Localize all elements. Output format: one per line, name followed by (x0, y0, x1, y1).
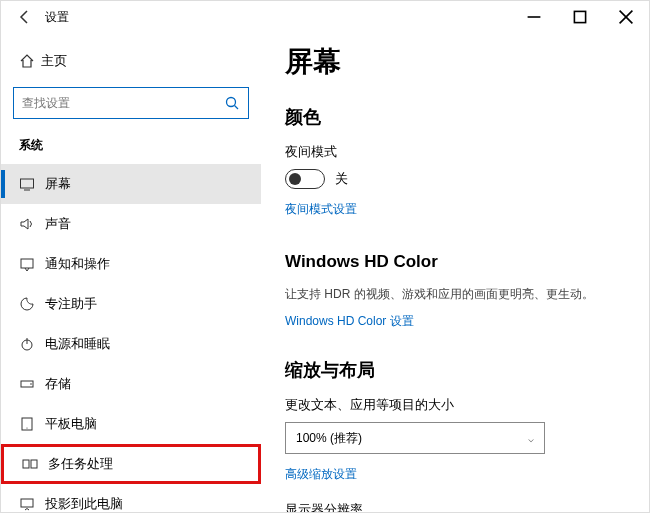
section-scale-heading: 缩放与布局 (285, 358, 625, 382)
section-color-heading: 颜色 (285, 105, 625, 129)
maximize-button[interactable] (557, 1, 603, 33)
sidebar-item-notifications[interactable]: 通知和操作 (1, 244, 261, 284)
sound-icon (19, 216, 45, 232)
svg-line-5 (235, 106, 239, 110)
text-size-select[interactable]: 100% (推荐) ⌵ (285, 422, 545, 454)
night-mode-settings-link[interactable]: 夜间模式设置 (285, 201, 357, 218)
sidebar-item-tablet[interactable]: 平板电脑 (1, 404, 261, 444)
sidebar-section-label: 系统 (1, 133, 261, 164)
projecting-icon (19, 496, 45, 512)
text-size-label: 更改文本、应用等项目的大小 (285, 396, 625, 414)
window-title: 设置 (45, 9, 69, 26)
sidebar-item-power[interactable]: 电源和睡眠 (1, 324, 261, 364)
hdcolor-settings-link[interactable]: Windows HD Color 设置 (285, 313, 414, 330)
sidebar-item-display[interactable]: 屏幕 (1, 164, 261, 204)
search-input-wrapper[interactable] (13, 87, 249, 119)
back-button[interactable] (9, 1, 41, 33)
sidebar-item-storage[interactable]: 存储 (1, 364, 261, 404)
sidebar-item-label: 专注助手 (45, 295, 97, 313)
sidebar-item-focus[interactable]: 专注助手 (1, 284, 261, 324)
sidebar-item-label: 电源和睡眠 (45, 335, 110, 353)
storage-icon (19, 376, 45, 392)
svg-rect-1 (574, 11, 585, 22)
night-mode-label: 夜间模式 (285, 143, 625, 161)
minimize-button[interactable] (511, 1, 557, 33)
hdcolor-desc: 让支持 HDR 的视频、游戏和应用的画面更明亮、更生动。 (285, 286, 625, 303)
close-button[interactable] (603, 1, 649, 33)
sidebar: 主页 系统 屏幕 声音 通知和操作 专注助手 (1, 33, 261, 512)
search-icon (216, 95, 248, 111)
resolution-label: 显示器分辨率 (285, 501, 625, 512)
display-icon (19, 176, 45, 192)
svg-rect-16 (31, 460, 37, 468)
svg-point-14 (26, 427, 27, 428)
svg-rect-15 (23, 460, 29, 468)
svg-rect-6 (21, 179, 34, 188)
notification-icon (19, 256, 45, 272)
chevron-down-icon: ⌵ (528, 433, 534, 444)
svg-rect-17 (21, 499, 33, 507)
sidebar-item-label: 多任务处理 (48, 455, 113, 473)
power-icon (19, 336, 45, 352)
sidebar-item-label: 屏幕 (45, 175, 71, 193)
svg-rect-8 (21, 259, 33, 268)
sidebar-item-label: 存储 (45, 375, 71, 393)
svg-point-4 (227, 98, 236, 107)
page-title: 屏幕 (285, 43, 625, 81)
focus-icon (19, 296, 45, 312)
sidebar-item-multitasking[interactable]: 多任务处理 (1, 444, 261, 484)
sidebar-home-label: 主页 (41, 52, 67, 70)
tablet-icon (19, 416, 45, 432)
svg-point-12 (30, 383, 32, 385)
sidebar-item-label: 平板电脑 (45, 415, 97, 433)
home-icon (19, 53, 41, 69)
night-mode-toggle[interactable] (285, 169, 325, 189)
search-input[interactable] (14, 96, 216, 110)
titlebar: 设置 (1, 1, 649, 33)
section-hdcolor-heading: Windows HD Color (285, 252, 625, 272)
text-size-value: 100% (推荐) (296, 430, 362, 447)
sidebar-item-label: 声音 (45, 215, 71, 233)
multitasking-icon (22, 456, 48, 472)
sidebar-item-sound[interactable]: 声音 (1, 204, 261, 244)
content: 屏幕 颜色 夜间模式 关 夜间模式设置 Windows HD Color 让支持… (261, 33, 649, 512)
night-mode-state: 关 (335, 170, 348, 188)
advanced-scaling-link[interactable]: 高级缩放设置 (285, 466, 357, 483)
sidebar-item-label: 投影到此电脑 (45, 495, 123, 512)
sidebar-item-label: 通知和操作 (45, 255, 110, 273)
sidebar-home[interactable]: 主页 (1, 43, 261, 79)
sidebar-item-projecting[interactable]: 投影到此电脑 (1, 484, 261, 512)
